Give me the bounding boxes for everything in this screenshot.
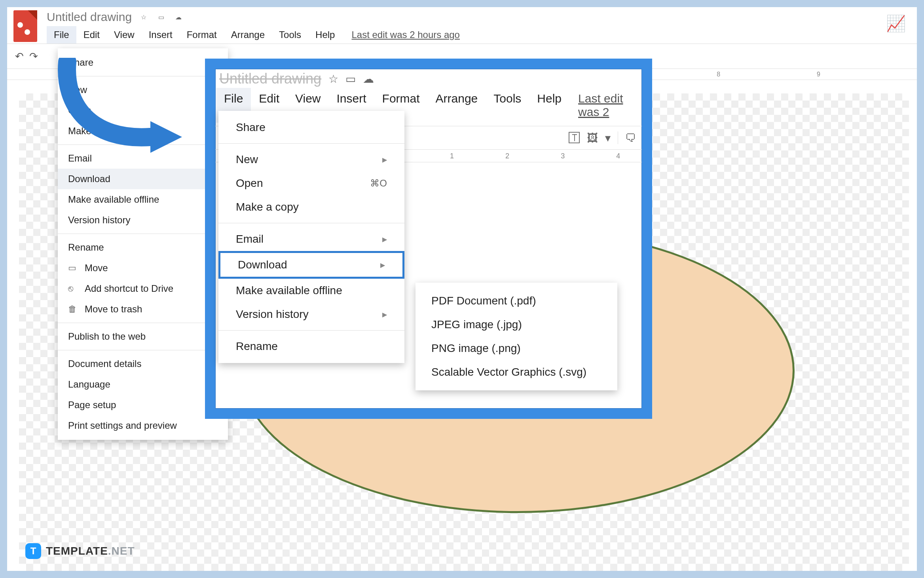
download-submenu: PDF Document (.pdf) JPEG image (.jpg) PN… — [416, 283, 617, 390]
menu-file[interactable]: File — [47, 26, 76, 44]
folder-move-icon: ▭ — [68, 263, 79, 273]
tutorial-callout: Untitled drawing ☆ ▭ ☁ File Edit View In… — [205, 59, 652, 419]
menu-format[interactable]: Format — [180, 26, 224, 44]
file-rename[interactable]: Rename — [58, 237, 228, 258]
file-download[interactable]: Download▶ — [218, 251, 404, 279]
menu-view[interactable]: View — [107, 26, 142, 44]
ruler-tick: 1 — [450, 152, 454, 160]
submenu-arrow-icon: ▶ — [380, 261, 385, 269]
file-add-shortcut[interactable]: ⎋Add shortcut to Drive — [58, 278, 228, 299]
submenu-arrow-icon: ▶ — [382, 311, 387, 318]
file-share[interactable]: Share — [218, 116, 404, 139]
file-open[interactable]: Open⌘O — [218, 171, 404, 195]
dropdown-caret-icon[interactable]: ▾ — [605, 131, 611, 144]
download-pdf[interactable]: PDF Document (.pdf) — [416, 289, 617, 313]
callout-file-dropdown: Share New▶ Open⌘O Make a copy Email▶ Dow… — [218, 111, 404, 363]
menu-insert[interactable]: Insert — [142, 26, 180, 44]
app-logo-icon — [13, 10, 37, 42]
textbox-icon[interactable]: 🅃 — [569, 131, 580, 144]
menu-tools[interactable]: Tools — [486, 88, 529, 123]
file-download[interactable]: Download▶ — [58, 169, 228, 189]
submenu-arrow-icon: ▶ — [382, 236, 387, 243]
callout-doc-title: Untitled drawing — [219, 70, 321, 87]
file-offline[interactable]: Make available offline — [218, 279, 404, 302]
download-png[interactable]: PNG image (.png) — [416, 337, 617, 360]
keyboard-shortcut: ⌘O — [370, 178, 387, 189]
document-title[interactable]: Untitled drawing — [47, 10, 132, 24]
menubar: File Edit View Insert Format Arrange Too… — [47, 26, 911, 44]
ruler-tick: 4 — [616, 152, 620, 160]
redo-icon[interactable]: ↷ — [29, 50, 38, 63]
star-icon[interactable]: ☆ — [328, 72, 338, 86]
menu-edit[interactable]: Edit — [76, 26, 107, 44]
watermark-ext: .NET — [108, 545, 135, 557]
cloud-status-icon: ☁ — [173, 11, 184, 23]
file-version-history[interactable]: Version history▶ — [218, 302, 404, 326]
last-edit-link[interactable]: Last edit was 2 hours ago — [351, 26, 460, 44]
file-new[interactable]: New▶ — [218, 148, 404, 171]
file-rename[interactable]: Rename — [218, 335, 404, 358]
watermark-brand: TEMPLATE — [46, 545, 108, 557]
file-move[interactable]: ▭Move — [58, 258, 228, 278]
file-email[interactable]: Email▶ — [218, 227, 404, 251]
file-trash[interactable]: 🗑Move to trash — [58, 299, 228, 319]
trash-icon: 🗑 — [68, 304, 79, 314]
ruler-tick: 2 — [505, 152, 509, 160]
annotation-arrow-icon — [51, 58, 186, 169]
drive-shortcut-icon: ⎋ — [68, 283, 79, 294]
ruler-tick: 9 — [817, 71, 820, 78]
file-page-setup[interactable]: Page setup — [58, 395, 228, 415]
cloud-status-icon: ☁ — [363, 72, 374, 86]
submenu-arrow-icon: ▶ — [382, 156, 387, 164]
file-language[interactable]: Language▶ — [58, 374, 228, 395]
last-edit-link[interactable]: Last edit was 2 — [578, 88, 641, 123]
image-icon[interactable]: 🖼 — [587, 131, 598, 144]
file-make-copy[interactable]: Make a copy — [218, 195, 404, 219]
watermark: T TEMPLATE.NET — [25, 543, 135, 559]
move-to-folder-icon[interactable]: ▭ — [156, 11, 167, 23]
download-jpg[interactable]: JPEG image (.jpg) — [416, 313, 617, 337]
activity-icon[interactable]: 📈 — [886, 14, 906, 33]
file-offline[interactable]: Make available offline — [58, 189, 228, 210]
file-details[interactable]: Document details — [58, 354, 228, 374]
app-window: Untitled drawing ☆ ▭ ☁ File Edit View In… — [7, 7, 917, 571]
svg-marker-0 — [150, 121, 182, 153]
move-to-folder-icon[interactable]: ▭ — [345, 72, 356, 86]
file-version-history[interactable]: Version history▶ — [58, 210, 228, 230]
watermark-badge-icon: T — [25, 543, 41, 559]
menu-arrange[interactable]: Arrange — [428, 88, 486, 123]
ruler-tick: 8 — [717, 71, 720, 78]
star-icon[interactable]: ☆ — [138, 11, 149, 23]
file-print-preview[interactable]: Print settings and preview — [58, 415, 228, 436]
menu-arrange[interactable]: Arrange — [224, 26, 272, 44]
title-bar: Untitled drawing ☆ ▭ ☁ File Edit View In… — [7, 7, 917, 44]
undo-icon[interactable]: ↶ — [15, 50, 24, 63]
menu-help[interactable]: Help — [308, 26, 342, 44]
download-svg[interactable]: Scalable Vector Graphics (.svg) — [416, 360, 617, 384]
comment-icon[interactable]: 🗨 — [625, 131, 636, 144]
menu-tools[interactable]: Tools — [272, 26, 308, 44]
ruler-tick: 3 — [561, 152, 565, 160]
menu-help[interactable]: Help — [529, 88, 569, 123]
file-publish[interactable]: Publish to the web — [58, 326, 228, 347]
